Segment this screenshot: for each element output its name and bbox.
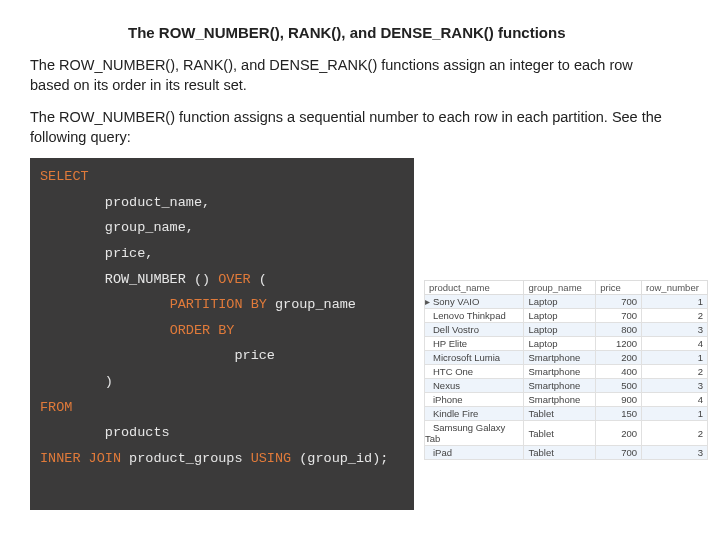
cell-product-name: HP Elite bbox=[425, 337, 524, 351]
cell-row-number: 1 bbox=[642, 295, 708, 309]
cell-price: 800 bbox=[596, 323, 642, 337]
cell-row-number: 2 bbox=[642, 365, 708, 379]
cell-row-number: 3 bbox=[642, 323, 708, 337]
table-row: Microsoft LumiaSmartphone2001 bbox=[425, 351, 708, 365]
cell-product-name: Dell Vostro bbox=[425, 323, 524, 337]
cell-row-number: 1 bbox=[642, 351, 708, 365]
kw-partition-by: PARTITION BY bbox=[170, 297, 267, 312]
cell-price: 400 bbox=[596, 365, 642, 379]
code-paren-open: ( bbox=[251, 272, 267, 287]
cell-group-name: Tablet bbox=[524, 421, 596, 446]
code-col2: group_name, bbox=[105, 220, 194, 235]
table-row: HP EliteLaptop12004 bbox=[425, 337, 708, 351]
col-row-number: row_number bbox=[642, 281, 708, 295]
cell-group-name: Tablet bbox=[524, 407, 596, 421]
cell-price: 150 bbox=[596, 407, 642, 421]
cell-group-name: Smartphone bbox=[524, 379, 596, 393]
code-order-arg: price bbox=[234, 348, 275, 363]
col-group-name: group_name bbox=[524, 281, 596, 295]
cell-price: 700 bbox=[596, 309, 642, 323]
cell-price: 900 bbox=[596, 393, 642, 407]
result-table: product_name group_name price row_number… bbox=[424, 280, 708, 460]
row-cursor-icon: ▸ bbox=[425, 296, 431, 307]
cell-product-name: Microsoft Lumia bbox=[425, 351, 524, 365]
cell-row-number: 4 bbox=[642, 337, 708, 351]
col-product-name: product_name bbox=[425, 281, 524, 295]
cell-group-name: Smartphone bbox=[524, 365, 596, 379]
cell-row-number: 2 bbox=[642, 309, 708, 323]
code-over-open: () bbox=[186, 272, 218, 287]
cell-row-number: 2 bbox=[642, 421, 708, 446]
cell-group-name: Laptop bbox=[524, 309, 596, 323]
cell-product-name: Nexus bbox=[425, 379, 524, 393]
code-join-args: product_groups bbox=[121, 451, 251, 466]
cell-group-name: Smartphone bbox=[524, 351, 596, 365]
code-partition-arg: group_name bbox=[267, 297, 356, 312]
table-row: ▸Sony VAIOLaptop7001 bbox=[425, 295, 708, 309]
table-row: iPadTablet7003 bbox=[425, 446, 708, 460]
page-title: The ROW_NUMBER(), RANK(), and DENSE_RANK… bbox=[128, 24, 565, 41]
kw-over: OVER bbox=[218, 272, 250, 287]
kw-select: SELECT bbox=[40, 169, 89, 184]
code-using-args: (group_id); bbox=[291, 451, 388, 466]
code-table: products bbox=[105, 425, 170, 440]
cell-row-number: 1 bbox=[642, 407, 708, 421]
cell-price: 500 bbox=[596, 379, 642, 393]
cell-price: 200 bbox=[596, 421, 642, 446]
cell-row-number: 3 bbox=[642, 446, 708, 460]
cell-product-name: Samsung Galaxy Tab bbox=[425, 421, 524, 446]
cell-product-name: Lenovo Thinkpad bbox=[425, 309, 524, 323]
cell-row-number: 3 bbox=[642, 379, 708, 393]
cell-group-name: Tablet bbox=[524, 446, 596, 460]
cell-group-name: Laptop bbox=[524, 337, 596, 351]
table-row: Kindle FireTablet1501 bbox=[425, 407, 708, 421]
code-col3: price, bbox=[105, 246, 154, 261]
table-row: Lenovo ThinkpadLaptop7002 bbox=[425, 309, 708, 323]
cell-row-number: 4 bbox=[642, 393, 708, 407]
cell-product-name: ▸Sony VAIO bbox=[425, 295, 524, 309]
cell-product-name: HTC One bbox=[425, 365, 524, 379]
table-row: Dell VostroLaptop8003 bbox=[425, 323, 708, 337]
cell-product-name: iPhone bbox=[425, 393, 524, 407]
code-col1: product_name, bbox=[105, 195, 210, 210]
table-row: iPhoneSmartphone9004 bbox=[425, 393, 708, 407]
col-price: price bbox=[596, 281, 642, 295]
intro-paragraph-1: The ROW_NUMBER(), RANK(), and DENSE_RANK… bbox=[30, 56, 670, 95]
table-row: NexusSmartphone5003 bbox=[425, 379, 708, 393]
sql-code-block: SELECT product_name, group_name, price, … bbox=[30, 158, 414, 510]
cell-price: 200 bbox=[596, 351, 642, 365]
cell-price: 700 bbox=[596, 446, 642, 460]
cell-product-name: Kindle Fire bbox=[425, 407, 524, 421]
code-paren-close: ) bbox=[105, 374, 113, 389]
cell-group-name: Laptop bbox=[524, 295, 596, 309]
cell-product-name: iPad bbox=[425, 446, 524, 460]
kw-using: USING bbox=[251, 451, 292, 466]
cell-group-name: Laptop bbox=[524, 323, 596, 337]
cell-group-name: Smartphone bbox=[524, 393, 596, 407]
intro-paragraph-2: The ROW_NUMBER() function assigns a sequ… bbox=[30, 108, 670, 147]
cell-price: 700 bbox=[596, 295, 642, 309]
kw-inner-join: INNER JOIN bbox=[40, 451, 121, 466]
table-header-row: product_name group_name price row_number bbox=[425, 281, 708, 295]
cell-price: 1200 bbox=[596, 337, 642, 351]
kw-from: FROM bbox=[40, 400, 72, 415]
kw-order-by: ORDER BY bbox=[170, 323, 235, 338]
code-rownumber: ROW_NUMBER bbox=[105, 272, 186, 287]
table-row: Samsung Galaxy TabTablet2002 bbox=[425, 421, 708, 446]
table-row: HTC OneSmartphone4002 bbox=[425, 365, 708, 379]
